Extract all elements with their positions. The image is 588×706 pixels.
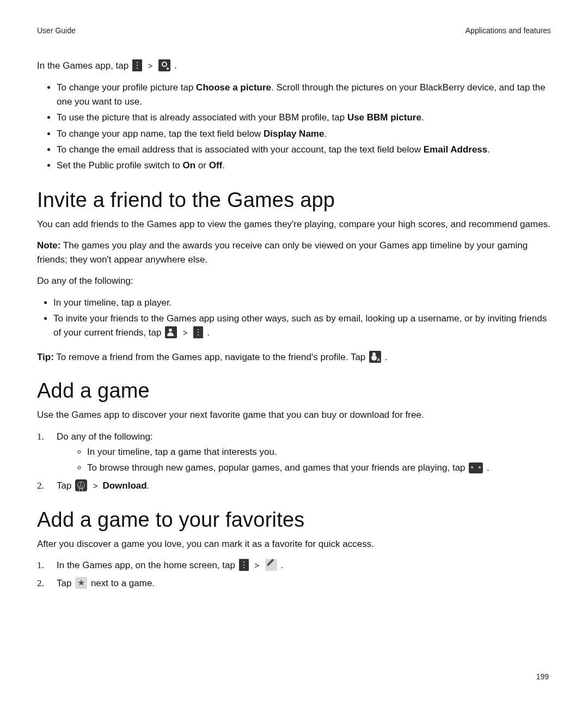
page: User Guide Applications and features In … — [0, 0, 588, 706]
page-number: 199 — [536, 672, 549, 681]
period: . — [174, 60, 177, 71]
intro-line: In the Games app, tap > . — [37, 59, 551, 73]
heading-add-favorite: Add a game to your favorites — [37, 508, 551, 532]
period: . — [207, 327, 210, 338]
chevron-right-icon: > — [93, 479, 98, 492]
app-world-icon — [75, 479, 87, 491]
addgame-bullet-timeline: In your timeline, tap a game that intere… — [87, 445, 551, 459]
bullet-email-address: To change the email address that is asso… — [57, 143, 551, 157]
tip-label: Tip: — [37, 352, 54, 362]
favorites-steps: In the Games app, on the home screen, ta… — [37, 558, 551, 591]
period: . — [385, 352, 388, 362]
period: . — [487, 462, 489, 473]
edit-icon — [265, 559, 277, 571]
addgame-bullet-browse: To browse through new games, popular gam… — [87, 461, 551, 475]
overflow-icon — [239, 559, 249, 571]
browse-games-icon — [469, 462, 483, 473]
addgame-step-2: Tap > Download. — [37, 479, 551, 493]
invite-bullets: In your timeline, tap a player. To invit… — [37, 296, 551, 340]
period: . — [147, 480, 150, 491]
header-right: Applications and features — [465, 26, 551, 35]
profile-settings-icon — [158, 59, 170, 71]
addgame-steps: Do any of the following: In your timelin… — [37, 430, 551, 493]
addgame-intro: Use the Games app to discover your next … — [37, 408, 551, 422]
intro-text: In the Games app, tap — [37, 60, 128, 71]
invite-tip: Tip: To remove a friend from the Games a… — [37, 350, 551, 364]
bullet-choose-picture: To change your profile picture tap Choos… — [57, 81, 551, 109]
heading-add-game: Add a game — [37, 379, 551, 403]
overflow-icon — [132, 59, 142, 71]
note-label: Note: — [37, 240, 60, 251]
addgame-step-1: Do any of the following: In your timelin… — [37, 430, 551, 476]
chevron-right-icon: > — [148, 60, 153, 72]
overflow-icon — [193, 326, 203, 338]
remove-friend-icon — [369, 351, 381, 363]
bullet-display-name: To change your app name, tap the text fi… — [57, 127, 551, 141]
profile-bullets: To change your profile picture tap Choos… — [37, 81, 551, 173]
invite-intro: You can add friends to the Games app to … — [37, 217, 551, 232]
favorites-step-2: Tap next to a game. — [37, 576, 551, 591]
invite-note: Note: The games you play and the awards … — [37, 239, 551, 266]
chevron-right-icon: > — [254, 559, 259, 571]
addgame-step1-bullets: In your timeline, tap a game that intere… — [57, 445, 551, 476]
invite-bullet-other-ways: To invite your friends to the Games app … — [53, 312, 551, 340]
invite-do-any: Do any of the following: — [37, 274, 551, 288]
bullet-public-profile: Set the Public profile switch to On or O… — [57, 159, 551, 173]
running-header: User Guide Applications and features — [37, 26, 551, 35]
star-icon — [75, 577, 87, 589]
heading-invite-friend: Invite a friend to the Games app — [37, 188, 551, 212]
favorites-step-1: In the Games app, on the home screen, ta… — [37, 558, 551, 573]
bullet-use-bbm-picture: To use the picture that is already assoc… — [57, 111, 551, 125]
invite-bullet-tap-player: In your timeline, tap a player. — [53, 296, 551, 310]
contacts-icon — [165, 326, 177, 338]
favorites-intro: After you discover a game you love, you … — [37, 537, 551, 551]
chevron-right-icon: > — [183, 326, 188, 339]
header-left: User Guide — [37, 26, 76, 35]
period: . — [281, 560, 284, 570]
